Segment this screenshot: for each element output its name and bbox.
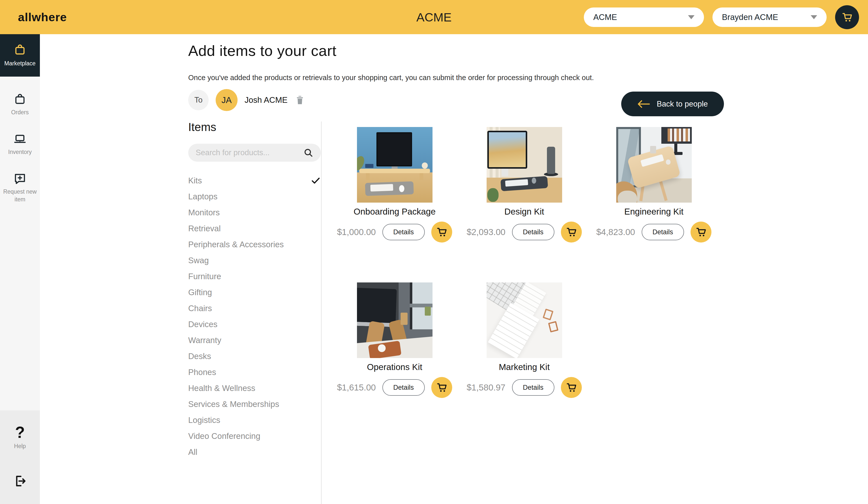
cart-icon bbox=[841, 12, 852, 23]
category-item[interactable]: Furniture bbox=[188, 269, 321, 284]
category-item[interactable]: Gifting bbox=[188, 284, 321, 300]
category-item[interactable]: Laptops bbox=[188, 189, 321, 204]
product-name: Engineering Kit bbox=[624, 206, 683, 216]
sidebar-item-help[interactable]: ? Help bbox=[14, 424, 26, 450]
cart-icon bbox=[436, 382, 447, 393]
category-item[interactable]: Logistics bbox=[188, 412, 321, 428]
recipient-row: To JA Josh ACME bbox=[188, 89, 306, 111]
cart-icon bbox=[566, 226, 577, 238]
product-image[interactable] bbox=[357, 127, 433, 203]
product-grid: Onboarding Package $1,000.00 Details Des… bbox=[336, 127, 712, 398]
sidebar-footer: ? Help bbox=[0, 411, 40, 504]
allwhere-logo[interactable]: allwhere bbox=[18, 10, 67, 24]
add-to-cart-button[interactable] bbox=[431, 377, 452, 398]
items-panel-title: Items bbox=[188, 120, 321, 134]
cart-button[interactable] bbox=[835, 5, 859, 29]
category-label: All bbox=[188, 447, 197, 457]
category-item[interactable]: Retrieval bbox=[188, 221, 321, 236]
category-label: Health & Wellness bbox=[188, 383, 255, 393]
category-list: Kits Laptops Monitors Retrieval Peripher… bbox=[188, 173, 321, 460]
category-label: Phones bbox=[188, 367, 216, 377]
product-search bbox=[188, 144, 321, 162]
product-price: $1,580.97 bbox=[467, 383, 506, 392]
cart-icon bbox=[566, 382, 577, 393]
category-item[interactable]: Devices bbox=[188, 316, 321, 332]
category-item[interactable]: Peripherals & Accessories bbox=[188, 236, 321, 252]
category-label: Furniture bbox=[188, 272, 221, 281]
details-button[interactable]: Details bbox=[512, 224, 555, 240]
product-image[interactable] bbox=[357, 282, 433, 358]
category-label: Services & Memberships bbox=[188, 400, 279, 409]
request-bubble-plus-icon bbox=[13, 172, 27, 185]
back-button-label: Back to people bbox=[657, 100, 708, 109]
details-button[interactable]: Details bbox=[512, 379, 555, 396]
category-label: Desks bbox=[188, 352, 211, 361]
category-label: Video Conferencing bbox=[188, 431, 260, 441]
category-item[interactable]: All bbox=[188, 444, 321, 460]
items-panel: Items Kits Laptops Monitors Retrieval Pe… bbox=[188, 120, 321, 460]
product-price: $4,823.00 bbox=[596, 227, 635, 237]
sidebar-item-label: Request new item bbox=[1, 188, 39, 203]
category-item[interactable]: Video Conferencing bbox=[188, 428, 321, 444]
sidebar-item-label: Help bbox=[14, 442, 26, 450]
question-mark-icon: ? bbox=[15, 424, 25, 440]
sidebar-item-marketplace[interactable]: Marketplace bbox=[0, 34, 40, 77]
avatar: JA bbox=[216, 89, 238, 111]
category-item-kits[interactable]: Kits bbox=[188, 173, 321, 189]
main-content: Add items to your cart Once you've added… bbox=[40, 34, 868, 504]
cart-icon bbox=[695, 226, 706, 238]
product-price: $1,000.00 bbox=[337, 227, 376, 237]
sidebar: Marketplace Orders Inventory Request new… bbox=[0, 34, 40, 504]
shopping-bag-icon bbox=[13, 43, 27, 57]
back-to-people-button[interactable]: Back to people bbox=[621, 92, 724, 116]
category-item[interactable]: Health & Wellness bbox=[188, 380, 321, 396]
category-label: Swag bbox=[188, 256, 209, 265]
sidebar-item-inventory[interactable]: Inventory bbox=[1, 132, 39, 156]
category-item[interactable]: Swag bbox=[188, 252, 321, 269]
chevron-down-icon bbox=[811, 15, 817, 19]
details-button[interactable]: Details bbox=[382, 224, 425, 240]
sidebar-item-request-new-item[interactable]: Request new item bbox=[1, 172, 39, 203]
product-image[interactable] bbox=[487, 282, 562, 358]
product-image[interactable] bbox=[487, 127, 562, 203]
category-item[interactable]: Desks bbox=[188, 348, 321, 364]
category-item[interactable]: Warranty bbox=[188, 332, 321, 348]
category-item[interactable]: Services & Memberships bbox=[188, 396, 321, 412]
company-title: ACME bbox=[416, 10, 452, 24]
category-item[interactable]: Chairs bbox=[188, 300, 321, 316]
page-title: Add items to your cart bbox=[188, 42, 337, 59]
org-dropdown[interactable]: ACME bbox=[584, 8, 704, 27]
cart-icon bbox=[436, 226, 447, 238]
product-card: Marketing Kit $1,580.97 Details bbox=[466, 282, 583, 398]
category-item[interactable]: Monitors bbox=[188, 204, 321, 221]
user-dropdown[interactable]: Brayden ACME bbox=[712, 8, 827, 27]
product-image[interactable] bbox=[616, 127, 692, 203]
product-name: Operations Kit bbox=[367, 362, 422, 372]
org-dropdown-value: ACME bbox=[593, 12, 617, 22]
category-label: Warranty bbox=[188, 335, 221, 345]
category-label: Laptops bbox=[188, 192, 217, 201]
product-price: $1,615.00 bbox=[337, 383, 376, 392]
add-to-cart-button[interactable] bbox=[561, 222, 582, 242]
user-dropdown-value: Brayden ACME bbox=[722, 12, 778, 22]
search-input[interactable] bbox=[196, 148, 303, 157]
left-arrow-icon bbox=[637, 100, 650, 109]
category-label: Devices bbox=[188, 320, 217, 329]
add-to-cart-button[interactable] bbox=[431, 222, 452, 242]
logout-icon[interactable] bbox=[13, 474, 27, 488]
chevron-down-icon bbox=[688, 15, 694, 19]
trash-icon[interactable] bbox=[294, 94, 306, 105]
add-to-cart-button[interactable] bbox=[691, 222, 712, 242]
details-button[interactable]: Details bbox=[382, 379, 425, 396]
search-icon[interactable] bbox=[303, 148, 313, 158]
category-label: Retrieval bbox=[188, 224, 220, 233]
add-to-cart-button[interactable] bbox=[561, 377, 582, 398]
details-button[interactable]: Details bbox=[642, 224, 684, 240]
sidebar-item-orders[interactable]: Orders bbox=[1, 93, 39, 116]
category-item[interactable]: Phones bbox=[188, 364, 321, 380]
category-label: Peripherals & Accessories bbox=[188, 240, 284, 249]
product-price: $2,093.00 bbox=[467, 227, 506, 237]
sidebar-item-label: Inventory bbox=[8, 148, 32, 156]
product-name: Marketing Kit bbox=[499, 362, 550, 372]
product-card: Engineering Kit $4,823.00 Details bbox=[595, 127, 712, 242]
